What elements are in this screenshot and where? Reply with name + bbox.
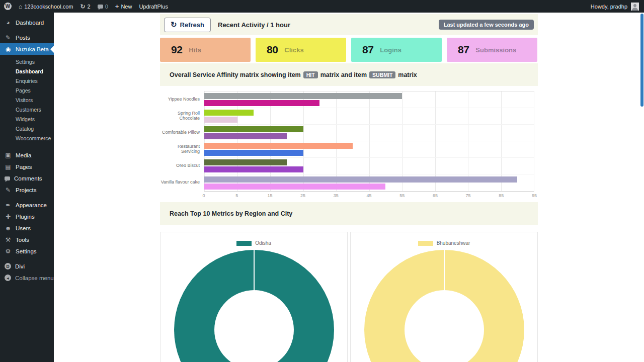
donut-segment-divider bbox=[444, 250, 445, 290]
bar-submit-2 bbox=[204, 133, 287, 139]
sidebar-item-projects[interactable]: ✎Projects bbox=[0, 184, 54, 196]
submenu-item-settings[interactable]: Settings bbox=[0, 57, 54, 66]
bar-group-1 bbox=[204, 108, 534, 125]
stat-card-value: 80 bbox=[267, 44, 278, 56]
comments-count: 0 bbox=[105, 4, 108, 10]
comments-link[interactable]: 0 bbox=[98, 4, 108, 10]
sidebar-item-divi[interactable]: DDivi bbox=[0, 260, 54, 272]
tools-icon: ⚒ bbox=[5, 236, 12, 243]
submenu-item-customers[interactable]: Customers bbox=[0, 105, 54, 114]
bhubaneshwar-legend[interactable]: Bhubaneshwar bbox=[351, 240, 537, 246]
affinity-section-heading: Overall Service Affinity matrix showing … bbox=[160, 63, 538, 86]
bar-hit-0 bbox=[204, 93, 402, 99]
affinity-heading-suffix: matrix bbox=[398, 71, 417, 78]
submit-badge: SUBMIT bbox=[369, 71, 395, 78]
admin-top-bar: W ⌂ 123cookschool.com ↻ 2 0 + New Updraf… bbox=[0, 0, 644, 13]
sidebar-item-tools[interactable]: ⚒Tools bbox=[0, 234, 54, 245]
bar-category-label: Oreo Biscut bbox=[160, 157, 204, 174]
submenu-item-dashboard[interactable]: Dashboard bbox=[0, 66, 54, 76]
bar-submit-3 bbox=[204, 150, 303, 156]
sidebar-item-nuzuka-beta[interactable]: ◉Nuzuka Beta bbox=[0, 43, 54, 55]
stat-card-value: 87 bbox=[362, 44, 373, 56]
bar-category-labels: Yippee NoodlesSpring Roll ChocolateComfo… bbox=[160, 91, 204, 192]
stat-card-label: Logins bbox=[380, 46, 401, 54]
bar-category-label: Comfortable Pillow bbox=[160, 124, 204, 141]
submenu-item-catalog[interactable]: Catalog bbox=[0, 124, 54, 133]
sidebar-item-users[interactable]: ☻Users bbox=[0, 222, 54, 234]
stat-card-value: 92 bbox=[171, 44, 182, 56]
updates-link[interactable]: ↻ 2 bbox=[80, 3, 90, 10]
sidebar-item-dashboard[interactable]: ◕Dashboard bbox=[0, 17, 54, 28]
bar-plot-area bbox=[204, 91, 534, 192]
submenu-item-woocommerce[interactable]: Woocommerce bbox=[0, 133, 54, 143]
stat-card-submissions[interactable]: 87Submissions bbox=[447, 38, 537, 62]
x-tick-label: 35 bbox=[334, 193, 339, 198]
stat-card-label: Hits bbox=[189, 46, 201, 54]
dashboard-header-strip: ↻ Refresh Recent Activity / 1 hour Last … bbox=[160, 14, 538, 35]
sidebar-item-label: Tools bbox=[16, 237, 29, 243]
current-menu-arrow bbox=[50, 46, 54, 53]
x-tick-label: 45 bbox=[366, 193, 371, 198]
bar-category-label: Spring Roll Chocolate bbox=[160, 108, 204, 124]
sidebar-item-pages[interactable]: ▤Pages bbox=[0, 161, 54, 172]
submenu-item-enquiries[interactable]: Enquiries bbox=[0, 76, 54, 85]
bar-category-label: Vanilla flavour cake bbox=[160, 174, 204, 191]
stat-card-clicks[interactable]: 80Clicks bbox=[256, 38, 346, 62]
x-tick-label: 5 bbox=[235, 193, 238, 198]
affinity-bar-chart: Yippee NoodlesSpring Roll ChocolateComfo… bbox=[160, 86, 538, 192]
sidebar-item-settings[interactable]: ⚙Settings bbox=[0, 245, 54, 257]
bar-group-5 bbox=[204, 174, 534, 191]
sidebar-item-posts[interactable]: ✎Posts bbox=[0, 32, 54, 43]
sidebar-item-label: Pages bbox=[16, 164, 32, 170]
pushpin-icon: ✎ bbox=[5, 187, 12, 194]
sidebar-item-label: Collapse menu bbox=[15, 275, 54, 281]
x-tick-label: 65 bbox=[433, 193, 438, 198]
bar-group-0 bbox=[204, 92, 534, 108]
sidebar-item-collapse-menu[interactable]: ◂Collapse menu bbox=[0, 272, 54, 284]
new-content-button[interactable]: + New bbox=[115, 3, 132, 10]
sidebar-item-comments[interactable]: Comments bbox=[0, 172, 54, 184]
submenu-item-pages[interactable]: Pages bbox=[0, 85, 54, 95]
reach-heading-label: Reach Top 10 Metrics by Region and City bbox=[170, 210, 292, 217]
bar-submit-1 bbox=[204, 117, 237, 123]
sidebar-item-label: Media bbox=[16, 152, 31, 158]
donut-hole bbox=[214, 290, 294, 362]
submenu-item-widgets[interactable]: Widgets bbox=[0, 114, 54, 124]
sidebar-item-appearance[interactable]: ✒Appearance bbox=[0, 199, 54, 211]
affinity-heading-middle: matrix and item bbox=[320, 71, 367, 78]
sidebar-item-label: Comments bbox=[14, 175, 42, 182]
sidebar-item-label: Users bbox=[16, 225, 31, 231]
bar-group-4 bbox=[204, 158, 534, 174]
users-icon: ☻ bbox=[5, 225, 12, 232]
submenu-item-visitors[interactable]: Visitors bbox=[0, 95, 54, 105]
pushpin-icon: ✎ bbox=[5, 34, 12, 41]
page-scrollbar-thumb[interactable] bbox=[640, 14, 643, 107]
site-name-label: 123cookschool.com bbox=[24, 4, 73, 10]
sidebar-item-media[interactable]: ▣Media bbox=[0, 149, 54, 161]
user-avatar[interactable] bbox=[631, 3, 639, 11]
updraftplus-menu[interactable]: UpdraftPlus bbox=[139, 4, 168, 10]
new-label: New bbox=[121, 4, 132, 10]
wordpress-menu-button[interactable]: W bbox=[4, 3, 12, 10]
refresh-button[interactable]: ↻ Refresh bbox=[164, 18, 211, 32]
site-name-link[interactable]: ⌂ 123cookschool.com bbox=[19, 3, 73, 10]
nuzuka-logo-icon: ◉ bbox=[5, 46, 12, 53]
stat-card-logins[interactable]: 87Logins bbox=[351, 38, 442, 62]
stat-card-hits[interactable]: 92Hits bbox=[160, 38, 251, 62]
howdy-user-link[interactable]: Howdy, pradhp bbox=[591, 4, 627, 10]
sidebar-item-plugins[interactable]: ✚Plugins bbox=[0, 211, 54, 222]
sidebar-item-label: Divi bbox=[15, 263, 25, 269]
odisha-legend[interactable]: Odisha bbox=[160, 240, 347, 246]
x-tick-label: 15 bbox=[267, 193, 272, 198]
admin-bar-right: Howdy, pradhp bbox=[591, 3, 644, 11]
bar-x-axis: 05152535455565758595 bbox=[204, 192, 534, 199]
x-tick-label: 0 bbox=[202, 193, 205, 198]
divi-icon: D bbox=[5, 263, 11, 269]
page-title: Recent Activity / 1 hour bbox=[218, 21, 439, 29]
admin-bar-left: W ⌂ 123cookschool.com ↻ 2 0 + New Updraf… bbox=[0, 3, 591, 10]
sidebar-item-label: Projects bbox=[16, 187, 37, 193]
appearance-icon: ✒ bbox=[5, 202, 12, 209]
plus-icon: + bbox=[115, 3, 119, 10]
home-icon: ⌂ bbox=[19, 3, 22, 10]
menu-separator bbox=[0, 257, 54, 260]
